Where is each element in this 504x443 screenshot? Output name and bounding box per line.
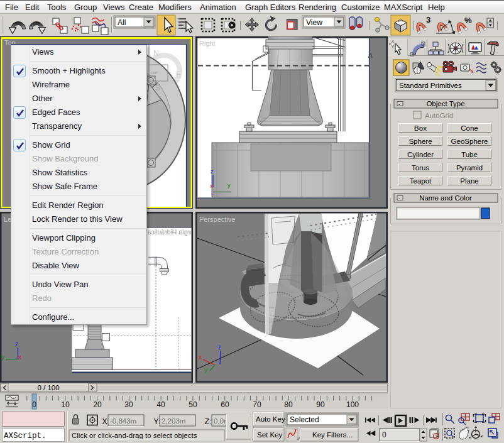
svg-text:x: x xyxy=(199,354,202,361)
svg-text:Selected: Selected xyxy=(290,415,319,424)
svg-text:y: y xyxy=(227,182,231,189)
svg-text:Object Type: Object Type xyxy=(426,100,464,107)
svg-text:0 / 100: 0 / 100 xyxy=(37,384,59,391)
svg-text:80: 80 xyxy=(284,400,293,409)
svg-text:0: 0 xyxy=(32,400,36,409)
svg-text:All: All xyxy=(118,18,126,27)
svg-text:2,203m: 2,203m xyxy=(162,417,185,425)
svg-text:z: z xyxy=(218,344,221,351)
svg-text:z: z xyxy=(15,341,18,347)
svg-text:100: 100 xyxy=(346,400,359,409)
svg-text:15P: 15P xyxy=(151,71,158,75)
svg-text:y: y xyxy=(1,354,4,361)
svg-text:50: 50 xyxy=(189,400,197,409)
svg-text:S: S xyxy=(155,84,160,92)
svg-text:Set Key: Set Key xyxy=(257,431,283,439)
svg-text:Key Filters...: Key Filters... xyxy=(312,431,353,439)
svg-text:Auto Key: Auto Key xyxy=(256,415,285,423)
svg-text:z: z xyxy=(211,168,214,175)
svg-text:Click or click-and-drag to sel: Click or click-and-drag to select object… xyxy=(72,432,197,439)
svg-text:Right: Right xyxy=(199,40,216,47)
svg-text:70: 70 xyxy=(253,400,261,409)
svg-text:Z:: Z: xyxy=(205,417,212,426)
svg-text:x: x xyxy=(18,354,21,361)
svg-text:40: 40 xyxy=(156,400,165,409)
svg-text:View: View xyxy=(306,18,322,27)
svg-text:60: 60 xyxy=(221,400,229,409)
svg-text:Standard Primitives: Standard Primitives xyxy=(399,82,462,89)
svg-text:3: 3 xyxy=(426,15,430,25)
svg-text:x: x xyxy=(210,183,213,189)
svg-text:Perspective: Perspective xyxy=(199,216,235,223)
svg-text:-: - xyxy=(398,195,400,202)
svg-text:0,0n: 0,0n xyxy=(214,417,227,425)
svg-text:30: 30 xyxy=(124,400,133,409)
svg-text:90: 90 xyxy=(316,400,325,409)
svg-text:10: 10 xyxy=(61,400,70,409)
svg-text:Name and Color: Name and Color xyxy=(419,194,472,202)
svg-text:N: N xyxy=(153,49,159,58)
svg-text:y: y xyxy=(204,366,207,373)
svg-text:AutoGrid: AutoGrid xyxy=(425,112,453,119)
svg-text:E: E xyxy=(176,70,181,79)
svg-text:-: - xyxy=(398,101,400,107)
svg-text:20: 20 xyxy=(93,400,102,409)
svg-text:-0,843m: -0,843m xyxy=(110,417,136,425)
svg-text:AXScript.: AXScript. xyxy=(4,432,47,440)
svg-text:0: 0 xyxy=(382,430,386,439)
svg-text:%: % xyxy=(464,16,472,25)
